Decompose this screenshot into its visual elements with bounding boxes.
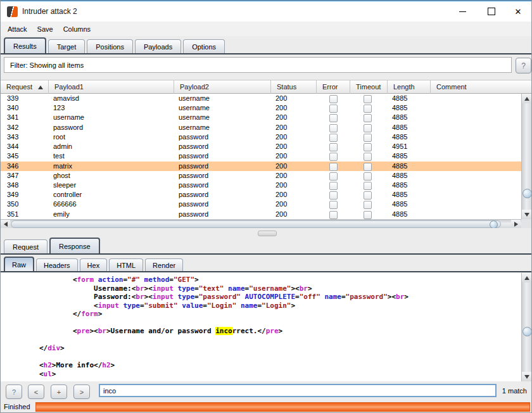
status-cell: 200 <box>276 151 287 161</box>
tab-response[interactable]: Response <box>49 238 100 253</box>
tab-raw[interactable]: Raw <box>4 257 34 271</box>
error-checkbox[interactable] <box>329 201 338 209</box>
timeout-checkbox[interactable] <box>364 172 372 181</box>
filter-bar[interactable]: Filter: Showing all items <box>4 57 512 73</box>
pane-splitter[interactable] <box>1 228 531 238</box>
error-checkbox[interactable] <box>329 182 338 190</box>
length-cell: 4885 <box>392 123 407 132</box>
timeout-checkbox[interactable] <box>364 124 372 132</box>
timeout-checkbox[interactable] <box>364 143 372 151</box>
table-row[interactable]: 346matrixpassword2004885 <box>1 162 521 171</box>
results-horizontal-scrollbar[interactable] <box>1 219 521 228</box>
timeout-checkbox[interactable] <box>364 95 372 103</box>
filter-help-button[interactable]: ? <box>516 58 531 73</box>
tab-headers[interactable]: Headers <box>36 258 78 271</box>
column-header-length[interactable]: Length <box>388 80 431 94</box>
error-checkbox[interactable] <box>329 114 338 122</box>
error-checkbox[interactable] <box>329 211 338 219</box>
detail-tab-bar: Request Response <box>4 238 100 253</box>
scroll-down-button[interactable] <box>522 210 532 219</box>
search-input[interactable] <box>99 384 497 397</box>
timeout-checkbox[interactable] <box>364 163 372 171</box>
timeout-checkbox[interactable] <box>364 114 372 122</box>
tab-payloads[interactable]: Payloads <box>135 39 181 53</box>
scroll-up-button[interactable] <box>522 273 532 283</box>
timeout-checkbox[interactable] <box>364 105 372 113</box>
previous-match-button[interactable]: < <box>28 384 44 399</box>
table-row[interactable]: 344adminpassword2004951 <box>1 142 521 151</box>
tab-render[interactable]: Render <box>145 258 183 271</box>
error-checkbox[interactable] <box>329 143 338 151</box>
titlebar: Intruder attack 2 ✕ <box>1 1 531 22</box>
search-options-button[interactable]: + <box>51 384 67 399</box>
length-cell: 4885 <box>392 171 407 181</box>
horizontal-scrollbar-thumb[interactable] <box>11 220 501 228</box>
scroll-right-button[interactable] <box>511 220 521 228</box>
menu-attack[interactable]: Attack <box>6 24 29 34</box>
column-header-comment[interactable]: Comment <box>431 80 532 94</box>
table-row[interactable]: 340123username2004885 <box>1 103 521 113</box>
timeout-checkbox[interactable] <box>364 134 372 142</box>
table-row[interactable]: 347ghostpassword2004885 <box>1 171 521 181</box>
error-checkbox[interactable] <box>329 124 338 132</box>
table-row[interactable]: 351emilypassword2004885 <box>1 210 521 219</box>
status-cell: 200 <box>276 190 287 200</box>
column-header-request[interactable]: Request <box>1 80 49 94</box>
tab-positions[interactable]: Positions <box>87 39 133 53</box>
table-row[interactable]: 342passwordusername2004885 <box>1 123 521 132</box>
timeout-checkbox[interactable] <box>364 153 372 161</box>
code-line <box>6 319 521 327</box>
minimize-button[interactable] <box>452 4 473 19</box>
length-cell: 4885 <box>392 113 407 122</box>
error-checkbox[interactable] <box>329 134 338 142</box>
timeout-checkbox[interactable] <box>364 191 372 200</box>
error-checkbox[interactable] <box>329 105 338 113</box>
menu-save[interactable]: Save <box>35 24 55 34</box>
error-checkbox[interactable] <box>329 95 338 103</box>
length-cell: 4951 <box>392 142 407 151</box>
results-vertical-scrollbar[interactable] <box>521 94 532 219</box>
tab-request[interactable]: Request <box>4 239 48 253</box>
table-row[interactable]: 341usernameusername2004885 <box>1 113 521 122</box>
column-header-payload2[interactable]: Payload2 <box>174 80 271 94</box>
table-row[interactable]: 350666666password2004885 <box>1 200 521 209</box>
tab-results[interactable]: Results <box>4 37 46 53</box>
scroll-left-button[interactable] <box>1 220 10 228</box>
length-cell: 4885 <box>392 151 407 161</box>
scrollbar-thumb[interactable] <box>522 189 532 198</box>
search-help-button[interactable]: ? <box>6 384 22 399</box>
next-match-button[interactable]: > <box>73 384 90 399</box>
response-vertical-scrollbar[interactable] <box>521 273 532 381</box>
close-button[interactable]: ✕ <box>507 4 529 19</box>
table-row[interactable]: 343rootpassword2004885 <box>1 132 521 142</box>
length-cell: 4885 <box>392 200 407 209</box>
tab-html[interactable]: HTML <box>109 258 143 271</box>
column-header-timeout[interactable]: Timeout <box>350 80 388 94</box>
menu-columns[interactable]: Columns <box>61 24 92 34</box>
timeout-checkbox[interactable] <box>364 211 372 219</box>
error-checkbox[interactable] <box>329 191 338 200</box>
scroll-down-button[interactable] <box>522 372 532 381</box>
tab-options[interactable]: Options <box>183 39 225 53</box>
tab-target[interactable]: Target <box>48 39 86 53</box>
timeout-checkbox[interactable] <box>364 201 372 209</box>
timeout-checkbox[interactable] <box>364 182 372 190</box>
horizontal-scrollbar-ball[interactable] <box>490 220 498 229</box>
table-row[interactable]: 348sleeperpassword2004885 <box>1 181 521 190</box>
table-row[interactable]: 339amavisdusername2004885 <box>1 94 521 103</box>
maximize-button[interactable] <box>481 4 502 19</box>
tab-hex[interactable]: Hex <box>80 258 108 271</box>
error-checkbox[interactable] <box>329 153 338 161</box>
column-header-status[interactable]: Status <box>271 80 317 94</box>
scrollbar-thumb[interactable] <box>522 327 532 336</box>
column-header-error[interactable]: Error <box>317 80 350 94</box>
payload1-cell: admin <box>53 142 72 151</box>
payload1-cell: ghost <box>53 171 70 181</box>
error-checkbox[interactable] <box>329 163 338 171</box>
table-row[interactable]: 345testpassword2004885 <box>1 151 521 161</box>
scroll-up-button[interactable] <box>522 94 532 103</box>
column-header-payload1[interactable]: Payload1 <box>49 80 174 94</box>
splitter-grip[interactable] <box>258 231 277 236</box>
table-row[interactable]: 349controllerpassword2004885 <box>1 190 521 200</box>
error-checkbox[interactable] <box>329 172 338 181</box>
